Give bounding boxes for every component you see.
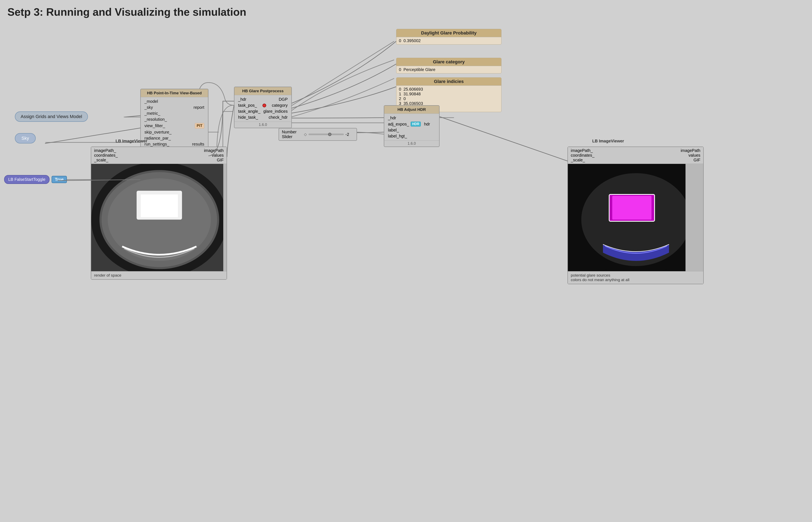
hb-pit-header: HB Point-In-Time View-Based: [141, 89, 208, 97]
svg-rect-11: [612, 196, 651, 220]
glare-indices-header: Glare indicies: [397, 78, 501, 86]
daylight-glare-box: Daylight Glare Probability 0 0.395002: [396, 29, 502, 45]
svg-rect-5: [141, 195, 178, 217]
hb-adjust-hdr-node: HB Adjust HDR _hdr adj_expos_ HDR hdr la…: [384, 105, 440, 147]
assign-grids-node[interactable]: Assign Grids and Views Model: [15, 112, 88, 122]
image-caption-right: potential glare sources colors do not me…: [568, 271, 703, 284]
assign-grids-label: Assign Grids and Views Model: [21, 114, 82, 119]
hdr-port-adjexpos: adj_expos_ HDR hdr: [386, 121, 437, 127]
svg-line-17: [440, 117, 567, 161]
glare-category-box: Glare category 0 Perceptible Glare: [396, 58, 502, 74]
number-slider[interactable]: Number Slider ◇ -2: [279, 128, 357, 141]
slider-value: -2: [345, 132, 354, 137]
false-start-toggle[interactable]: LB FalseStartToggle True: [4, 175, 67, 184]
slider-thumb: [328, 133, 331, 136]
glare-category-header: Glare category: [397, 58, 501, 66]
true-badge: True: [52, 176, 67, 183]
glare-port-taskangle: task_angle_ glare_indices: [237, 108, 289, 114]
glare-port-hidetask: hide_task_ check_hdr: [237, 114, 289, 120]
sky-label: Sky: [21, 136, 29, 141]
sky-node[interactable]: Sky: [15, 133, 36, 143]
glare-category-body: 0 Perceptible Glare: [397, 66, 501, 73]
daylight-glare-body: 0 0.395002: [397, 37, 501, 44]
number-slider-label: Number Slider: [282, 129, 302, 139]
lb-imageviewer-left-label: LB ImageViewer: [116, 139, 147, 143]
image-caption-left: render of space: [91, 271, 227, 279]
svg-line-14: [125, 116, 140, 117]
hb-glare-node: HB Glare Postprocess _hdr DGP task_pos_ …: [234, 87, 292, 128]
port-model: _model: [143, 98, 206, 104]
page-title: Setp 3: Running and Visualizing the simu…: [7, 6, 246, 18]
iv-right-outputs: imagePath values GIF: [681, 148, 701, 162]
iv-left-outputs: imagePath values GIF: [204, 148, 224, 162]
hdr-badge: HDR: [411, 122, 421, 126]
image-caption-right-line1: potential glare sources: [571, 273, 701, 278]
pit-badge: PIT: [195, 123, 204, 128]
port-sky: _sky report: [143, 104, 206, 111]
hb-adjust-hdr-header: HB Adjust HDR: [384, 106, 439, 114]
glare-port-taskpos: task_pos_ category: [237, 102, 289, 108]
false-start-label: LB FalseStartToggle: [4, 175, 49, 184]
port-skip: skip_overture_: [143, 129, 206, 135]
red-dot: [263, 104, 266, 107]
slider-diamond: ◇: [304, 132, 307, 137]
iv-left-inputs: imagePath_ coordinates_ _scale_: [94, 148, 118, 162]
glare-port-hdr: _hdr DGP: [237, 96, 289, 102]
hb-adjust-hdr-version: 1.6.0: [384, 140, 439, 146]
hdr-image-render: [568, 164, 686, 271]
port-run-settings: run_settings_ results: [143, 141, 206, 147]
hb-glare-version: 1.6.0: [235, 122, 291, 128]
iv-right-inputs: imagePath_ coordinates_ _scale_: [571, 148, 594, 162]
port-resolution: _resolution_: [143, 116, 206, 122]
port-radiance: radiance_par_: [143, 135, 206, 141]
daylight-glare-header: Daylight Glare Probability: [397, 29, 501, 37]
lb-imageviewer-right-label: LB ImageViewer: [592, 139, 624, 143]
port-metric: _metric_: [143, 111, 206, 116]
hdr-port-label: label_: [386, 127, 437, 133]
lb-imageviewer-left: imagePath_ coordinates_ _scale_ imagePat…: [91, 146, 227, 280]
image-caption-right-line2: colors do not mean anything at all: [571, 278, 701, 282]
port-viewfilter: view_filter_ PIT: [143, 122, 206, 129]
hdr-port-hdr: _hdr: [386, 115, 437, 121]
lb-imageviewer-right: imagePath_ coordinates_ _scale_ imagePat…: [567, 146, 704, 284]
hb-glare-header: HB Glare Postprocess: [235, 87, 291, 95]
fisheye-render: [91, 164, 223, 271]
slider-track[interactable]: [308, 134, 344, 135]
hdr-port-labelhgt: label_hgt_: [386, 133, 437, 139]
